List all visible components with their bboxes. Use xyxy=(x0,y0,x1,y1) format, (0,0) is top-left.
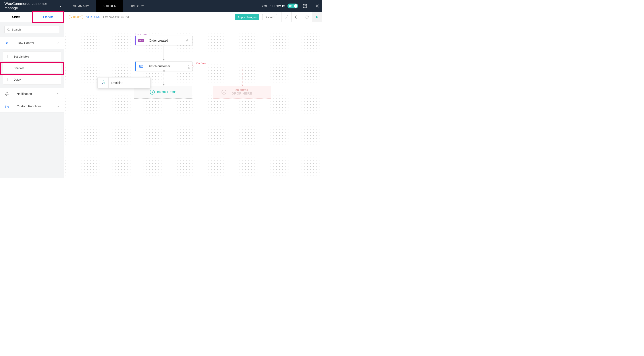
connector-dot[interactable] xyxy=(163,70,165,72)
toggle-label: ON xyxy=(288,5,292,7)
svg-point-12 xyxy=(6,43,7,44)
svg-marker-24 xyxy=(102,84,102,85)
woocommerce-icon: WOO xyxy=(138,39,144,42)
category-custom-functions[interactable]: ƒ(x) Custom Functions xyxy=(0,100,64,113)
play-icon xyxy=(315,15,319,19)
drag-handle-icon: ⋮⋮ xyxy=(6,78,11,81)
drop-label: DROP HERE xyxy=(157,90,176,94)
error-title: ON ERROR xyxy=(236,89,248,91)
flow-canvas[interactable]: REALTIME WOO Order created Fetch custome… xyxy=(64,22,322,178)
magic-wand-button[interactable] xyxy=(281,12,292,22)
drag-ghost-decision: Decision xyxy=(97,77,150,88)
flow-name-selector[interactable]: WooCommerce customer manage xyxy=(0,2,66,11)
chevron-down-icon xyxy=(57,92,60,95)
svg-point-19 xyxy=(140,66,141,67)
arrow-down-icon xyxy=(223,91,225,93)
search-icon xyxy=(7,28,10,31)
connector-dot[interactable] xyxy=(163,45,165,46)
help-icon: ? xyxy=(303,4,307,8)
svg-marker-25 xyxy=(104,83,105,84)
redo-icon xyxy=(305,15,309,19)
fx-icon: ƒ(x) xyxy=(5,105,9,108)
flow-toggle[interactable]: ON xyxy=(288,4,298,9)
sidebar-panel: Flow Control ⋮⋮ Set Variable ⋮⋮ Decision… xyxy=(0,22,64,178)
sidebar-tab-apps[interactable]: APPS xyxy=(0,12,32,22)
undo-icon xyxy=(295,15,299,19)
drop-zone-error[interactable]: ON ERROR DROP HERE xyxy=(213,86,271,99)
trash-icon[interactable] xyxy=(188,66,190,69)
tab-history[interactable]: HISTORY xyxy=(123,0,151,12)
arrow-down-icon xyxy=(151,91,154,93)
redo-button[interactable] xyxy=(302,12,312,22)
svg-text:?: ? xyxy=(304,5,306,7)
category-label: Flow Control xyxy=(16,41,53,45)
item-set-variable[interactable]: ⋮⋮ Set Variable xyxy=(3,51,61,62)
topbar: WooCommerce customer manage SUMMARY BUIL… xyxy=(0,0,322,12)
realtime-tag: REALTIME xyxy=(135,33,150,36)
node-label: Fetch customer xyxy=(146,65,188,68)
apply-changes-button[interactable]: Apply changes xyxy=(235,14,259,20)
decision-icon xyxy=(100,80,106,86)
category-notification[interactable]: Notification xyxy=(0,88,64,100)
builder-toolbar: APPS LOGIC DRAFT VERSIONS Last saved: 05… xyxy=(0,12,322,22)
last-saved-text: Last saved: 05:39 PM xyxy=(103,16,129,19)
drag-handle-icon: ⋮⋮ xyxy=(6,66,11,70)
category-items: ⋮⋮ Set Variable ⋮⋮ Decision ⋮⋮ Delay xyxy=(0,51,64,85)
close-icon xyxy=(315,4,320,8)
main-tabs: SUMMARY BUILDER HISTORY xyxy=(66,0,151,12)
node-label: Order created xyxy=(146,39,186,42)
draft-badge: DRAFT xyxy=(68,15,83,19)
close-button[interactable] xyxy=(313,0,322,12)
chevron-down-icon xyxy=(59,5,62,8)
search-input[interactable] xyxy=(12,28,57,31)
svg-marker-16 xyxy=(163,84,165,86)
versions-link[interactable]: VERSIONS xyxy=(86,16,100,19)
undo-button[interactable] xyxy=(292,12,302,22)
flow-status: YOUR FLOW IS ON ? xyxy=(262,0,313,12)
help-button[interactable]: ? xyxy=(300,0,310,12)
svg-point-11 xyxy=(7,43,8,43)
category-flow-control[interactable]: Flow Control xyxy=(0,37,64,49)
search-box[interactable] xyxy=(4,26,60,33)
tab-summary[interactable]: SUMMARY xyxy=(66,0,96,12)
toggle-knob xyxy=(294,4,298,8)
error-drop-label: DROP HERE xyxy=(232,91,252,95)
edit-node-button[interactable] xyxy=(186,39,192,43)
discard-button[interactable]: Discard xyxy=(262,14,277,20)
item-label: Decision xyxy=(14,66,24,70)
item-label: Set Variable xyxy=(14,55,29,58)
item-label: Delay xyxy=(14,78,21,81)
node-fetch-customer[interactable]: Fetch customer xyxy=(135,61,192,71)
flow-control-icon xyxy=(5,41,9,45)
toolbar-main: DRAFT VERSIONS Last saved: 05:39 PM Appl… xyxy=(64,12,281,22)
sidebar-tabs: APPS LOGIC xyxy=(0,12,64,22)
on-error-label: On Error xyxy=(196,62,206,65)
run-button[interactable] xyxy=(312,12,322,22)
ghost-label: Decision xyxy=(109,81,123,85)
category-label: Notification xyxy=(16,92,53,96)
pencil-icon xyxy=(186,39,188,42)
svg-point-5 xyxy=(7,29,9,30)
magic-wand-icon xyxy=(285,15,288,19)
node-order-created[interactable]: REALTIME WOO Order created xyxy=(135,36,192,45)
svg-marker-14 xyxy=(163,59,165,61)
pencil-icon[interactable] xyxy=(188,63,190,66)
chevron-down-icon xyxy=(57,105,60,108)
flow-name-text: WooCommerce customer manage xyxy=(4,2,58,11)
item-delay[interactable]: ⋮⋮ Delay xyxy=(3,74,61,85)
svg-line-6 xyxy=(9,30,10,31)
chevron-up-icon xyxy=(57,41,60,45)
category-label: Custom Functions xyxy=(16,105,53,108)
fetch-icon xyxy=(139,64,144,68)
item-decision[interactable]: ⋮⋮ Decision xyxy=(3,63,61,73)
connector-dot-error[interactable] xyxy=(192,66,194,67)
svg-point-26 xyxy=(103,80,104,81)
bell-icon xyxy=(5,92,9,96)
svg-point-10 xyxy=(6,42,7,43)
tab-builder[interactable]: BUILDER xyxy=(96,0,123,12)
flow-status-label: YOUR FLOW IS xyxy=(262,5,285,8)
drag-handle-icon: ⋮⋮ xyxy=(6,55,11,58)
sidebar-tab-logic[interactable]: LOGIC xyxy=(32,12,64,22)
svg-marker-4 xyxy=(316,16,318,18)
